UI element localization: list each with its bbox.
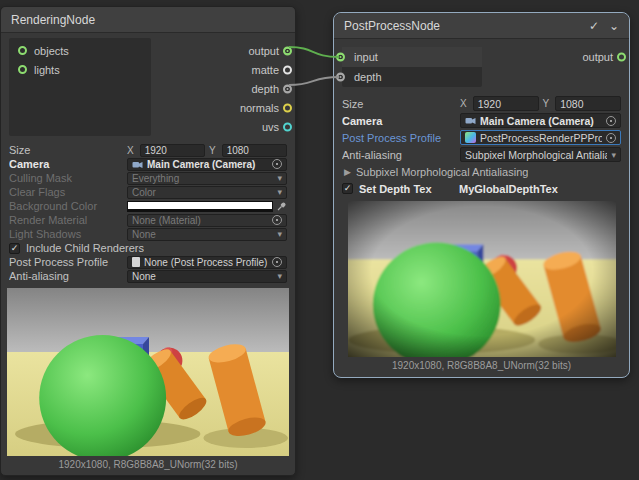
camera-object-field-pp[interactable]: Main Camera (Camera): [460, 113, 621, 128]
set-depth-tex-checkbox[interactable]: ✓: [342, 183, 353, 194]
render-material-object-field[interactable]: None (Material): [127, 214, 287, 227]
postprocess-node-header[interactable]: PostProcessNode ✓ ⌄: [334, 13, 629, 39]
port-objects[interactable]: objects: [9, 41, 151, 60]
background-color-swatch[interactable]: [127, 201, 273, 212]
clear-flags-dropdown[interactable]: Color ▾: [127, 186, 287, 199]
size-x-field[interactable]: 1920: [140, 144, 205, 157]
clear-flags-row: Clear Flags Color ▾: [9, 185, 287, 199]
rendering-node-ports: objects lights output matte depth: [1, 33, 295, 141]
background-color-label: Background Color: [9, 200, 127, 212]
render-material-value: None (Material): [132, 215, 268, 226]
post-process-profile-row-pp: Post Process Profile PostProcessRenderPP…: [342, 129, 621, 146]
port-circle-output-pp[interactable]: [617, 53, 626, 62]
port-output-pp[interactable]: output: [482, 47, 629, 67]
set-depth-tex-label: Set Depth Tex: [359, 183, 459, 195]
rendering-preview-caption: 1920x1080, R8G8B8A8_UNorm(32 bits): [1, 459, 295, 470]
size-row: Size X 1920 Y 1080: [9, 143, 287, 157]
wire-output-to-input[interactable]: [289, 47, 339, 57]
camera-icon: [132, 160, 143, 169]
port-label-lights: lights: [34, 64, 60, 76]
port-lights[interactable]: lights: [9, 60, 151, 79]
chevron-down-icon: ▾: [611, 150, 616, 160]
port-circle-output[interactable]: [283, 46, 292, 55]
camera-object-field[interactable]: Main Camera (Camera): [127, 158, 287, 171]
size-x-field-pp[interactable]: 1920: [473, 96, 539, 111]
size-y-field-pp[interactable]: 1080: [555, 96, 621, 111]
camera-object-picker-icon-pp[interactable]: [606, 116, 616, 126]
render-material-label: Render Material: [9, 214, 127, 226]
port-depth-in[interactable]: depth: [342, 67, 482, 87]
port-circle-matte[interactable]: [283, 65, 292, 74]
culling-mask-value: Everything: [132, 173, 273, 184]
postprocess-node[interactable]: PostProcessNode ✓ ⌄ input depth output: [333, 12, 630, 378]
set-depth-tex-row: ✓ Set Depth Tex MyGlobalDepthTex: [342, 180, 621, 197]
camera-label: Camera: [9, 158, 127, 170]
size-row-pp: Size X 1920 Y 1080: [342, 95, 621, 112]
port-circle-objects[interactable]: [18, 46, 27, 55]
size-y-field[interactable]: 1080: [222, 144, 287, 157]
clear-flags-value: Color: [132, 187, 273, 198]
postprocess-preview-image: [348, 201, 616, 357]
post-process-profile-object-picker-icon-pp[interactable]: [606, 133, 616, 143]
port-input[interactable]: input: [342, 47, 482, 67]
foldout-arrow-icon[interactable]: ▶: [344, 167, 351, 177]
postprocess-node-ports: input depth output: [334, 39, 629, 93]
post-process-profile-asset-icon: [465, 132, 476, 143]
smaa-foldout-row[interactable]: ▶ Subpixel Morphological Antialiasing: [342, 163, 621, 180]
node-enabled-check-icon[interactable]: ✓: [589, 20, 599, 32]
port-uvs[interactable]: uvs: [151, 117, 295, 136]
port-normals[interactable]: normals: [151, 98, 295, 117]
anti-aliasing-row: Anti-aliasing None ▾: [9, 269, 287, 283]
camera-row-pp: Camera Main Camera (Camera): [342, 112, 621, 129]
post-process-profile-label: Post Process Profile: [9, 256, 127, 268]
size-x-axis-label-pp: X: [460, 98, 467, 109]
rendering-node-header[interactable]: RenderingNode: [1, 7, 295, 33]
chevron-down-icon: ▾: [277, 271, 282, 281]
port-circle-depth[interactable]: [283, 84, 292, 93]
port-circle-lights[interactable]: [18, 65, 27, 74]
wire-depth-to-depth[interactable]: [289, 77, 339, 85]
light-shadows-label: Light Shadows: [9, 228, 127, 240]
profile-asset-icon: [132, 257, 140, 267]
rendering-preview-image: [7, 288, 289, 456]
light-shadows-value: None: [132, 229, 273, 240]
camera-icon: [465, 116, 476, 125]
culling-mask-dropdown[interactable]: Everything ▾: [127, 172, 287, 185]
size-y-axis-label-pp: Y: [543, 98, 550, 109]
rendering-node[interactable]: RenderingNode objects lights output: [0, 6, 296, 476]
post-process-profile-value-pp: PostProcessRenderPPProfile (Pos: [480, 132, 602, 144]
port-circle-depth-in[interactable]: [336, 73, 345, 82]
port-label-normals: normals: [240, 102, 279, 114]
port-circle-uvs[interactable]: [283, 122, 292, 131]
port-depth[interactable]: depth: [151, 79, 295, 98]
light-shadows-row: Light Shadows None ▾: [9, 227, 287, 241]
post-process-profile-object-field-pp[interactable]: PostProcessRenderPPProfile (Pos: [460, 130, 621, 145]
camera-object-picker-icon[interactable]: [272, 159, 282, 169]
postprocess-node-title: PostProcessNode: [344, 19, 440, 33]
collapse-chevron-icon[interactable]: ⌄: [609, 20, 619, 32]
rendering-input-ports-box: objects lights: [9, 38, 151, 136]
chevron-down-icon: ▾: [277, 173, 282, 183]
anti-aliasing-label: Anti-aliasing: [9, 270, 127, 282]
light-shadows-dropdown[interactable]: None ▾: [127, 228, 287, 241]
anti-aliasing-dropdown[interactable]: None ▾: [127, 270, 287, 283]
port-circle-input[interactable]: [336, 53, 345, 62]
size-y-axis-label: Y: [209, 145, 216, 156]
port-label-input: input: [354, 51, 378, 63]
port-label-objects: objects: [34, 45, 69, 57]
node-graph-canvas[interactable]: RenderingNode objects lights output: [0, 0, 639, 480]
port-output[interactable]: output: [151, 41, 295, 60]
smaa-foldout-label: Subpixel Morphological Antialiasing: [356, 166, 528, 178]
eyedropper-icon[interactable]: [277, 201, 287, 211]
post-process-profile-object-field[interactable]: None (Post Process Profile): [127, 256, 287, 269]
render-material-object-picker-icon[interactable]: [272, 215, 282, 225]
postprocess-output-ports: output: [482, 47, 629, 67]
port-matte[interactable]: matte: [151, 60, 295, 79]
port-label-depth-in: depth: [354, 71, 382, 83]
post-process-profile-object-picker-icon[interactable]: [272, 257, 282, 267]
port-label-uvs: uvs: [262, 121, 279, 133]
rendering-node-properties: Size X 1920 Y 1080 Camera Main Camera (C…: [1, 141, 295, 283]
port-circle-normals[interactable]: [283, 103, 292, 112]
anti-aliasing-dropdown-pp[interactable]: Subpixel Morphological Antialiasing ▾: [460, 147, 621, 162]
include-child-renderers-checkbox[interactable]: ✓: [9, 243, 20, 254]
